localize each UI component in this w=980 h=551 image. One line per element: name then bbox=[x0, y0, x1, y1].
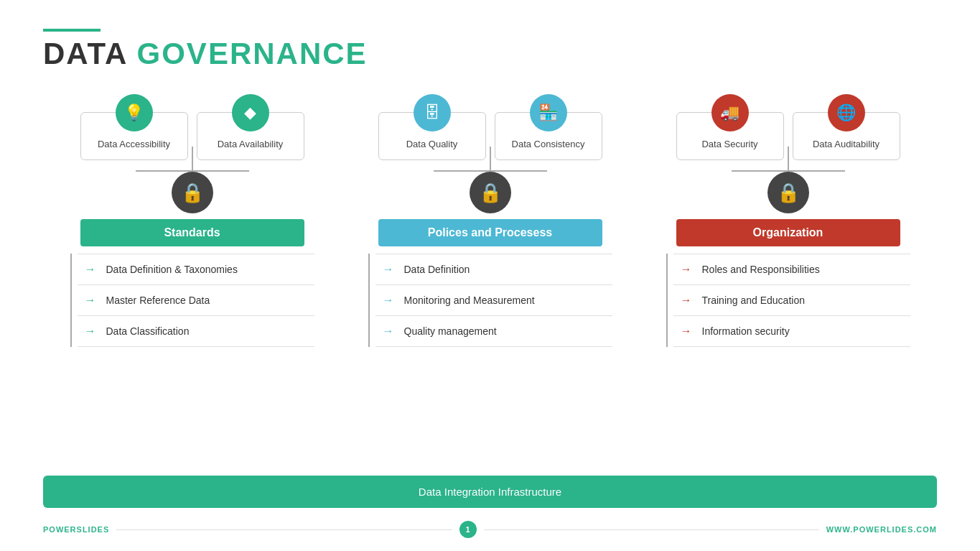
connector-policies bbox=[426, 160, 554, 172]
column-organization: 🚚 Data Security 🌐 Data Auditability 🔒 Or… bbox=[639, 91, 937, 347]
category-organization: Organization bbox=[676, 219, 900, 246]
title-word-governance: GOVERNANCE bbox=[137, 37, 368, 70]
category-policies: Polices and Procesess bbox=[378, 219, 602, 246]
card-accessibility-label: Data Accessibility bbox=[98, 139, 170, 149]
connector-standards bbox=[129, 160, 256, 172]
icon-availability: ◆ bbox=[232, 94, 269, 131]
arrow-icon: → bbox=[681, 325, 692, 338]
icon-accessibility: 💡 bbox=[116, 94, 153, 131]
item-label: Quality management bbox=[404, 325, 497, 337]
arrow-icon: → bbox=[85, 263, 96, 276]
card-accessibility: 💡 Data Accessibility bbox=[80, 112, 188, 160]
card-security-label: Data Security bbox=[701, 139, 757, 149]
icon-auditability: 🌐 bbox=[828, 94, 865, 131]
list-item: → Data Definition & Taxonomies bbox=[78, 254, 314, 285]
list-item: → Data Classification bbox=[78, 316, 314, 347]
list-organization: → Roles and Responsibilities → Training … bbox=[666, 254, 910, 347]
list-item: → Monitoring and Measurement bbox=[375, 285, 612, 316]
item-label: Data Definition bbox=[404, 264, 470, 275]
page-number: 1 bbox=[459, 521, 477, 538]
arrow-icon: → bbox=[85, 325, 96, 338]
footer: POWERSLIDES 1 WWW.POWERLIDES.COM bbox=[0, 521, 980, 538]
lock-standards: 🔒 bbox=[172, 172, 213, 213]
arrow-icon: → bbox=[383, 263, 394, 276]
list-standards: → Data Definition & Taxonomies → Master … bbox=[70, 254, 314, 347]
card-auditability: 🌐 Data Auditability bbox=[793, 112, 900, 160]
icon-quality: 🗄 bbox=[414, 94, 451, 131]
main-content: 💡 Data Accessibility ◆ Data Availability… bbox=[43, 91, 937, 347]
footer-url: WWW.POWERLIDES.COM bbox=[826, 525, 937, 534]
card-availability: ◆ Data Availability bbox=[197, 112, 304, 160]
list-item: → Roles and Responsibilities bbox=[673, 254, 910, 285]
arrow-icon: → bbox=[383, 294, 394, 307]
integration-bar-label: Data Integration Infrastructure bbox=[43, 476, 937, 508]
category-standards: Standards bbox=[80, 219, 304, 246]
title-word-data: DATA bbox=[43, 37, 137, 70]
title-area: DATA GOVERNANCE bbox=[43, 29, 937, 69]
footer-brand-bold: POWER bbox=[43, 525, 77, 534]
item-label: Monitoring and Measurement bbox=[404, 295, 535, 306]
footer-brand-normal: SLIDES bbox=[77, 525, 110, 534]
icon-consistency: 🏪 bbox=[530, 94, 567, 131]
card-consistency-label: Data Consistency bbox=[512, 139, 585, 149]
item-label: Data Definition & Taxonomies bbox=[106, 264, 238, 275]
card-quality: 🗄 Data Quality bbox=[378, 112, 486, 160]
card-auditability-label: Data Auditability bbox=[813, 139, 879, 149]
column-standards: 💡 Data Accessibility ◆ Data Availability… bbox=[43, 91, 341, 347]
list-item: → Master Reference Data bbox=[78, 285, 314, 316]
lock-policies: 🔒 bbox=[470, 172, 511, 213]
bottom-bar: Data Integration Infrastructure bbox=[43, 476, 937, 508]
list-item: → Quality management bbox=[375, 316, 612, 347]
list-item: → Training and Education bbox=[673, 285, 910, 316]
title-underline bbox=[43, 29, 101, 32]
list-item: → Data Definition bbox=[375, 254, 612, 285]
slide-title: DATA GOVERNANCE bbox=[43, 39, 937, 69]
list-policies: → Data Definition → Monitoring and Measu… bbox=[368, 254, 612, 347]
list-item: → Information security bbox=[673, 316, 910, 347]
lock-organization: 🔒 bbox=[767, 172, 809, 213]
arrow-icon: → bbox=[681, 263, 692, 276]
col-top-policies: 🗄 Data Quality 🏪 Data Consistency 🔒 Poli… bbox=[378, 91, 602, 246]
arrow-icon: → bbox=[383, 325, 394, 338]
item-label: Roles and Responsibilities bbox=[702, 264, 820, 275]
col-top-organization: 🚚 Data Security 🌐 Data Auditability 🔒 Or… bbox=[676, 91, 900, 246]
icon-security: 🚚 bbox=[711, 94, 749, 131]
arrow-icon: → bbox=[85, 294, 96, 307]
item-label: Training and Education bbox=[702, 295, 805, 306]
card-quality-label: Data Quality bbox=[406, 139, 458, 149]
card-availability-label: Data Availability bbox=[218, 139, 284, 149]
footer-line-right bbox=[484, 529, 819, 530]
card-consistency: 🏪 Data Consistency bbox=[495, 112, 602, 160]
arrow-icon: → bbox=[681, 294, 692, 307]
footer-line-left bbox=[116, 529, 452, 530]
slide: DATA GOVERNANCE 💡 Data Accessibility ◆ D… bbox=[0, 0, 980, 551]
item-label: Data Classification bbox=[106, 325, 190, 337]
card-security: 🚚 Data Security bbox=[676, 112, 784, 160]
connector-organization bbox=[724, 160, 852, 172]
col-top-standards: 💡 Data Accessibility ◆ Data Availability… bbox=[80, 91, 304, 246]
column-policies: 🗄 Data Quality 🏪 Data Consistency 🔒 Poli… bbox=[341, 91, 639, 347]
item-label: Master Reference Data bbox=[106, 295, 210, 306]
item-label: Information security bbox=[702, 325, 790, 337]
footer-brand: POWERSLIDES bbox=[43, 525, 109, 534]
